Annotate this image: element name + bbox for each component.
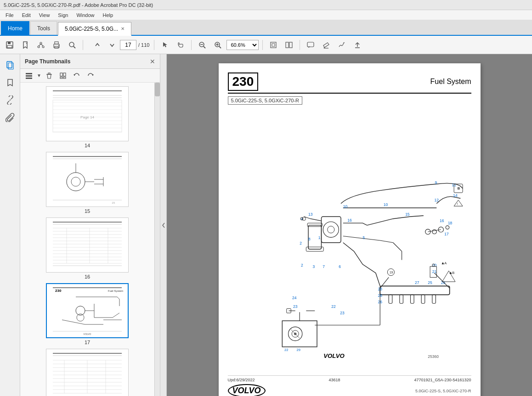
page-up-button[interactable] xyxy=(91,39,104,51)
dropdown-arrow[interactable]: ▼ xyxy=(37,73,41,78)
thumb-image-16 xyxy=(46,218,129,273)
window-title: 5.0GiC-225-S, 5.0GXiC-270-R.pdf - Adobe … xyxy=(4,2,153,8)
tab-home[interactable]: Home xyxy=(1,21,29,35)
svg-text:10: 10 xyxy=(383,202,388,207)
fit-page-button[interactable] xyxy=(266,39,280,51)
svg-rect-23 xyxy=(272,44,275,46)
share-button[interactable] xyxy=(34,39,48,51)
svg-text:!: ! xyxy=(457,202,458,206)
scrollbar-thumb[interactable] xyxy=(155,83,160,96)
thumbnail-17[interactable]: 230 Fuel System xyxy=(24,283,151,345)
pdf-viewing-area[interactable]: 230 Fuel System 5.0GiC-225-S, 5.0GXiC-27… xyxy=(167,54,532,396)
bookmarks-panel-button[interactable] xyxy=(3,75,17,90)
save-button[interactable] xyxy=(3,39,17,51)
menu-window[interactable]: Window xyxy=(73,11,98,19)
svg-text:16: 16 xyxy=(347,218,352,223)
page-down-button[interactable] xyxy=(105,39,119,51)
signature-button[interactable] xyxy=(335,39,349,51)
svg-text:VOLVO: VOLVO xyxy=(323,352,345,359)
delete-page-button[interactable] xyxy=(43,71,55,81)
svg-line-7 xyxy=(39,44,41,46)
zoom-select[interactable]: 60.6% 50% 75% 100% 125% 150% Fit Page Fi… xyxy=(226,40,259,50)
pdf-page-header: 230 Fuel System xyxy=(228,73,471,94)
links-panel-button[interactable] xyxy=(3,93,17,107)
thumbnails-scroll-area[interactable]: Page 14 14 xyxy=(20,83,154,396)
thumbnail-16[interactable]: 16 xyxy=(24,218,151,279)
list-view-button[interactable] xyxy=(23,71,35,81)
svg-point-13 xyxy=(69,42,74,47)
svg-text:15: 15 xyxy=(112,201,115,204)
panel-collapse-handle[interactable] xyxy=(160,54,167,396)
export-button[interactable] xyxy=(351,39,364,51)
thumbnail-14[interactable]: Page 14 14 xyxy=(24,86,151,148)
print-button[interactable] xyxy=(50,39,63,51)
svg-text:B: B xyxy=(452,271,454,275)
thumbnail-15[interactable]: 15 15 xyxy=(24,152,151,214)
svg-text:20: 20 xyxy=(432,263,436,268)
thumb-image-15: 15 xyxy=(46,152,129,207)
page-display-button[interactable] xyxy=(282,39,296,51)
menu-sign[interactable]: Sign xyxy=(54,11,72,19)
svg-text:9: 9 xyxy=(435,180,437,185)
nav-group: 17 / 110 xyxy=(91,39,150,51)
find-button[interactable] xyxy=(65,39,79,51)
menu-view[interactable]: View xyxy=(35,11,54,19)
svg-text:1: 1 xyxy=(318,235,320,240)
svg-text:13: 13 xyxy=(308,212,313,217)
svg-rect-36 xyxy=(48,73,50,74)
tab-document[interactable]: 5.0GiC-225-S, 5.0G... ✕ xyxy=(58,22,131,36)
zoom-out-button[interactable] xyxy=(195,39,209,51)
tab-bar: Home Tools 5.0GiC-225-S, 5.0G... ✕ xyxy=(0,20,532,36)
cursor-tool-button[interactable] xyxy=(158,39,172,51)
tab-close-icon[interactable]: ✕ xyxy=(121,26,125,31)
panel-close-button[interactable]: ✕ xyxy=(150,58,155,65)
svg-text:19: 19 xyxy=(390,271,393,274)
highlight-button[interactable] xyxy=(319,39,333,51)
svg-text:7: 7 xyxy=(323,264,325,269)
thumbnail-18[interactable]: 18 xyxy=(24,349,151,396)
svg-text:B: B xyxy=(457,186,460,190)
svg-rect-122 xyxy=(228,117,471,364)
svg-text:Page 14: Page 14 xyxy=(80,115,94,119)
pdf-page: 230 Fuel System 5.0GiC-225-S, 5.0GXiC-27… xyxy=(219,63,481,396)
svg-rect-2 xyxy=(7,45,12,48)
thumbnail-scrollbar[interactable] xyxy=(154,83,160,396)
svg-text:22: 22 xyxy=(331,304,336,309)
svg-rect-41 xyxy=(48,89,126,139)
svg-text:5: 5 xyxy=(362,235,365,240)
svg-line-14 xyxy=(74,46,75,48)
svg-rect-29 xyxy=(7,61,12,68)
svg-rect-32 xyxy=(26,73,32,74)
pdf-page-footer: Upd:6/29/2022 43618 47701921_G5A-230-541… xyxy=(228,375,471,382)
redo-button[interactable] xyxy=(85,71,96,81)
bookmark-add-button[interactable] xyxy=(18,39,32,51)
svg-rect-25 xyxy=(289,42,292,48)
toolbar-separator-3 xyxy=(191,40,192,50)
svg-text:24: 24 xyxy=(292,296,297,300)
comment-button[interactable] xyxy=(304,39,317,51)
menu-help[interactable]: Help xyxy=(99,11,117,19)
svg-rect-24 xyxy=(286,42,289,48)
svg-text:15: 15 xyxy=(405,212,410,217)
svg-text:16: 16 xyxy=(439,218,444,223)
menu-edit[interactable]: Edit xyxy=(18,11,34,19)
page-number-input[interactable]: 17 xyxy=(120,40,136,50)
svg-text:22: 22 xyxy=(284,348,288,352)
svg-rect-10 xyxy=(55,42,58,44)
undo-button[interactable] xyxy=(71,71,83,81)
svg-text:2: 2 xyxy=(301,263,303,268)
svg-rect-1 xyxy=(8,42,11,44)
edit-pages-button[interactable] xyxy=(57,71,69,81)
thumbnails-panel: Page Thumbnails ✕ ▼ xyxy=(20,54,160,396)
svg-text:29: 29 xyxy=(296,348,300,352)
tab-tools[interactable]: Tools xyxy=(30,21,57,35)
menu-file[interactable]: File xyxy=(2,11,17,19)
svg-text:VOLVO: VOLVO xyxy=(84,333,91,335)
zoom-in-button[interactable] xyxy=(211,39,225,51)
tab-tools-label: Tools xyxy=(37,25,50,32)
attachments-panel-button[interactable] xyxy=(3,110,17,125)
hand-tool-button[interactable] xyxy=(174,39,187,51)
svg-line-21 xyxy=(219,46,221,48)
pdf-diagram: 1 8 2 2 3 7 6 9 11 B xyxy=(228,107,471,374)
pages-panel-button[interactable] xyxy=(3,58,17,73)
